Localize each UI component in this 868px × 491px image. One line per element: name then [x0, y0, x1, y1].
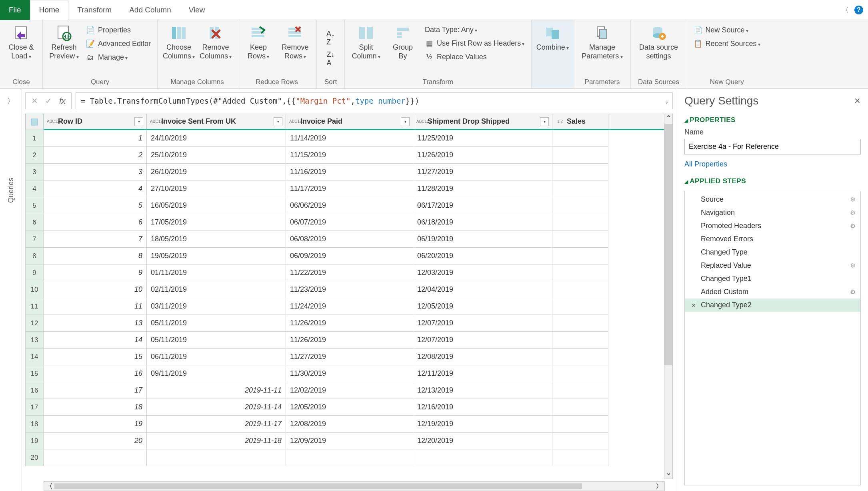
sort-asc-button[interactable]: A↓Z: [326, 30, 335, 46]
cell[interactable]: [552, 180, 608, 197]
cell[interactable]: 10: [44, 281, 147, 298]
refresh-preview-button[interactable]: Refresh Preview: [47, 22, 81, 60]
cell[interactable]: 11/15/2019: [286, 147, 413, 164]
cell[interactable]: 12/04/2019: [413, 281, 552, 298]
column-header-3[interactable]: ABC123Shipment Drop Shipped▾: [413, 114, 552, 129]
cell[interactable]: [552, 349, 608, 365]
cell[interactable]: 18/05/2019: [147, 231, 286, 248]
row-number[interactable]: 18: [25, 416, 44, 433]
cell[interactable]: [552, 332, 608, 349]
table-row[interactable]: 718/05/201906/08/201906/19/2019: [44, 231, 673, 248]
table-row[interactable]: 202019-11-1812/09/201912/20/2019: [44, 433, 673, 449]
manage-parameters-button[interactable]: Manage Parameters: [578, 22, 626, 60]
cell[interactable]: 11/26/2019: [286, 332, 413, 349]
cell[interactable]: 12/03/2019: [413, 265, 552, 281]
table-row[interactable]: 1305/11/201911/26/201912/07/2019: [44, 315, 673, 332]
cell[interactable]: 11/22/2019: [286, 265, 413, 281]
tab-file[interactable]: File: [0, 0, 30, 20]
cell[interactable]: 12/05/2019: [413, 298, 552, 315]
table-row[interactable]: 225/10/201911/15/201911/26/2019: [44, 147, 673, 164]
sort-desc-button[interactable]: Z↓A: [327, 50, 335, 67]
all-properties-link[interactable]: All Properties: [684, 160, 861, 168]
cell[interactable]: 11/26/2019: [286, 315, 413, 332]
commit-formula-icon[interactable]: ✓: [45, 96, 52, 106]
column-header-1[interactable]: ABC123Invoice Sent From UK▾: [147, 114, 286, 129]
cell[interactable]: [552, 214, 608, 231]
table-row[interactable]: 1609/11/201911/30/201912/11/2019: [44, 365, 673, 382]
applied-step[interactable]: Navigation⚙: [685, 206, 860, 219]
row-number[interactable]: 10: [25, 281, 44, 298]
gear-icon[interactable]: ⚙: [850, 288, 856, 296]
manage-button[interactable]: 🗂Manage: [84, 52, 153, 62]
cell[interactable]: [552, 399, 608, 416]
table-row[interactable]: 901/11/201911/22/201912/03/2019: [44, 265, 673, 281]
keep-rows-button[interactable]: Keep Rows: [241, 22, 276, 60]
cell[interactable]: 8: [44, 248, 147, 265]
cell[interactable]: 06/19/2019: [413, 231, 552, 248]
cell[interactable]: 06/06/2019: [286, 197, 413, 214]
cell[interactable]: 11/17/2019: [286, 180, 413, 197]
cell[interactable]: [413, 449, 552, 466]
cell[interactable]: 2019-11-14: [147, 399, 286, 416]
row-number[interactable]: 15: [25, 365, 44, 382]
cell[interactable]: 11/16/2019: [286, 164, 413, 180]
cell[interactable]: [147, 449, 286, 466]
cell[interactable]: 12/13/2019: [413, 382, 552, 399]
cancel-formula-icon[interactable]: ✕: [31, 96, 38, 106]
cell[interactable]: [552, 382, 608, 399]
cell[interactable]: [552, 231, 608, 248]
applied-step[interactable]: Changed Type1: [685, 272, 860, 285]
row-number[interactable]: 3: [25, 164, 44, 180]
table-row[interactable]: 819/05/201906/09/201906/20/2019: [44, 248, 673, 265]
cell[interactable]: 16: [44, 365, 147, 382]
cell[interactable]: 06/08/2019: [286, 231, 413, 248]
close-panel-icon[interactable]: ✕: [854, 96, 861, 106]
cell[interactable]: [552, 147, 608, 164]
cell[interactable]: 2: [44, 147, 147, 164]
table-row[interactable]: 1103/11/201911/24/201912/05/2019: [44, 298, 673, 315]
row-number[interactable]: 9: [25, 265, 44, 281]
column-header-4[interactable]: 1.2Sales: [552, 114, 608, 129]
applied-step[interactable]: Promoted Headers⚙: [685, 219, 860, 232]
applied-step[interactable]: Changed Type2: [685, 299, 860, 312]
cell[interactable]: [552, 130, 608, 147]
column-filter-icon[interactable]: ▾: [274, 117, 282, 126]
table-row[interactable]: 326/10/201911/16/201911/27/2019: [44, 164, 673, 180]
table-row[interactable]: 182019-11-1412/05/201912/16/2019: [44, 399, 673, 416]
cell[interactable]: 02/11/2019: [147, 281, 286, 298]
table-row[interactable]: 1506/11/201911/27/201912/08/2019: [44, 349, 673, 365]
advanced-editor-button[interactable]: 📝Advanced Editor: [84, 38, 153, 49]
cell[interactable]: 2019-11-18: [147, 433, 286, 449]
cell[interactable]: 19: [44, 416, 147, 433]
cell[interactable]: [286, 449, 413, 466]
cell[interactable]: [552, 298, 608, 315]
type-indicator[interactable]: ABC123: [47, 120, 56, 124]
row-number[interactable]: 8: [25, 248, 44, 265]
query-name-input[interactable]: [684, 139, 861, 154]
table-corner[interactable]: [25, 114, 44, 130]
gear-icon[interactable]: ⚙: [850, 196, 856, 203]
cell[interactable]: 12/05/2019: [286, 399, 413, 416]
replace-values-button[interactable]: ½Replace Values: [422, 52, 527, 62]
table-row[interactable]: 617/05/201906/07/201906/18/2019: [44, 214, 673, 231]
cell[interactable]: [44, 449, 147, 466]
cell[interactable]: [552, 365, 608, 382]
applied-steps-header[interactable]: APPLIED STEPS: [684, 177, 861, 185]
cell[interactable]: 6: [44, 214, 147, 231]
combine-button[interactable]: Combine: [536, 22, 570, 52]
cell[interactable]: 12/07/2019: [413, 332, 552, 349]
cell[interactable]: 11/14/2019: [286, 130, 413, 147]
tab-transform[interactable]: Transform: [68, 0, 120, 20]
row-number[interactable]: 6: [25, 214, 44, 231]
cell[interactable]: 11/27/2019: [286, 349, 413, 365]
cell[interactable]: 24/10/2019: [147, 130, 286, 147]
cell[interactable]: 16/05/2019: [147, 197, 286, 214]
first-row-headers-button[interactable]: ▦Use First Row as Headers: [422, 38, 527, 48]
cell[interactable]: 26/10/2019: [147, 164, 286, 180]
expand-queries-icon[interactable]: 〉: [7, 96, 14, 106]
cell[interactable]: [552, 265, 608, 281]
cell[interactable]: 12/07/2019: [413, 315, 552, 332]
applied-step[interactable]: Source⚙: [685, 193, 860, 206]
tab-add-column[interactable]: Add Column: [120, 0, 180, 20]
cell[interactable]: [552, 315, 608, 332]
